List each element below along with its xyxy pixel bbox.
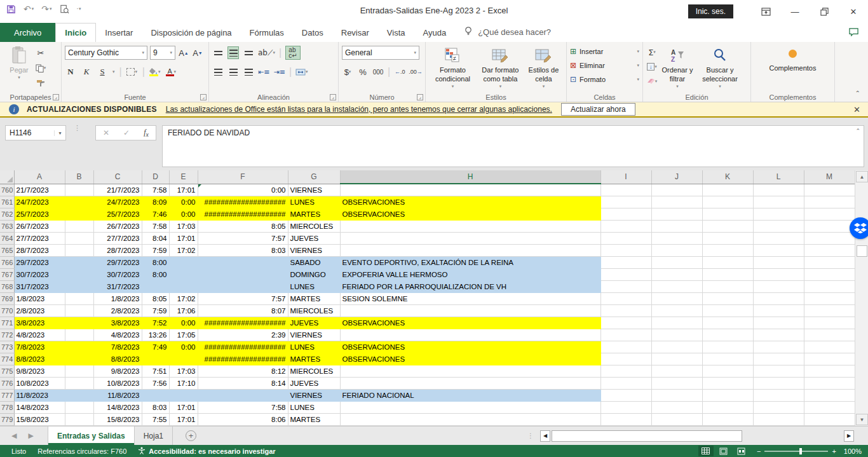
cell-A766[interactable]: 29/7/2023 (14, 256, 65, 268)
zoom-in-icon[interactable]: + (832, 447, 836, 455)
cell-M762[interactable] (804, 208, 855, 220)
cell-I776[interactable] (600, 377, 651, 389)
column-header-i[interactable]: I (600, 170, 651, 184)
column-header-k[interactable]: K (702, 170, 753, 184)
column-header-b[interactable]: B (65, 170, 93, 184)
italic-button[interactable]: K (81, 65, 92, 78)
cell-G774[interactable]: MARTES (288, 353, 340, 365)
cell-F775[interactable]: 8:12 (198, 365, 288, 377)
cell-D779[interactable]: 7:55 (142, 413, 169, 425)
cell-L778[interactable] (753, 401, 804, 413)
cell-I779[interactable] (600, 413, 651, 425)
cell-C765[interactable]: 28/7/2023 (93, 244, 142, 256)
cell-F764[interactable]: 7:57 (198, 232, 288, 244)
cell-D760[interactable]: 7:58 (142, 184, 169, 196)
notification-link[interactable]: Las actualizaciones de Office están list… (166, 105, 552, 114)
row-header-771[interactable]: 771 (0, 317, 14, 329)
merge-center-icon[interactable]: ▾ (295, 65, 308, 78)
cell-B764[interactable] (65, 232, 93, 244)
cell-F772[interactable]: 2:39 (198, 329, 288, 341)
column-header-l[interactable]: L (753, 170, 804, 184)
vertical-scrollbar[interactable]: ▲ ▼ (855, 170, 868, 426)
row-header-777[interactable]: 777 (0, 389, 14, 401)
cell-G767[interactable]: DOMINGO (288, 268, 340, 280)
cell-E773[interactable]: 0:00 (169, 341, 198, 353)
grow-font-icon[interactable]: A▲ (178, 46, 189, 59)
cell-B774[interactable] (65, 353, 93, 365)
cell-B766[interactable] (65, 256, 93, 268)
cell-F761[interactable]: #################### (198, 196, 288, 208)
decrease-indent-icon[interactable]: ⇤≡ (258, 65, 269, 78)
cell-L772[interactable] (753, 329, 804, 341)
cell-H779[interactable] (340, 413, 600, 425)
cell-D776[interactable]: 7:56 (142, 377, 169, 389)
cell-M769[interactable] (804, 292, 855, 304)
cell-I763[interactable] (600, 220, 651, 232)
cell-G770[interactable]: MIERCOLES (288, 304, 340, 317)
cell-F777[interactable] (198, 389, 288, 401)
bold-button[interactable]: N (65, 65, 76, 78)
cell-C764[interactable]: 27/7/2023 (93, 232, 142, 244)
cell-H760[interactable] (340, 184, 600, 196)
cell-J773[interactable] (651, 341, 702, 353)
shrink-font-icon[interactable]: A▼ (192, 46, 203, 59)
column-header-d[interactable]: D (142, 170, 169, 184)
cell-I767[interactable] (600, 268, 651, 280)
cell-A774[interactable]: 8/8/2023 (14, 353, 65, 365)
cell-E761[interactable]: 0:00 (169, 196, 198, 208)
cell-styles-button[interactable]: Estilos de celda ▾ (524, 44, 563, 92)
cell-A779[interactable]: 15/8/2023 (14, 413, 65, 425)
currency-icon[interactable]: $▾ (342, 65, 353, 78)
cell-M779[interactable] (804, 413, 855, 425)
row-header-763[interactable]: 763 (0, 220, 14, 232)
cell-K769[interactable] (702, 292, 753, 304)
formula-input[interactable]: FERIADO DE NAVIDAD (162, 125, 864, 167)
cell-M760[interactable] (804, 184, 855, 196)
circular-references-status[interactable]: Referencias circulares: F760 (37, 447, 126, 455)
sort-filter-button[interactable]: AZ Ordenar y filtrar ▾ (658, 44, 697, 92)
zoom-level[interactable]: 100% (844, 447, 862, 455)
align-middle-icon[interactable] (227, 46, 239, 59)
cell-B767[interactable] (65, 268, 93, 280)
hscroll-left-icon[interactable]: ◀ (540, 430, 550, 442)
increase-decimal-icon[interactable]: ←.0 (394, 65, 405, 78)
cell-J767[interactable] (651, 268, 702, 280)
cell-K760[interactable] (702, 184, 753, 196)
cell-B777[interactable] (65, 389, 93, 401)
cell-A767[interactable]: 30/7/2023 (14, 268, 65, 280)
cut-icon[interactable]: ✂ (35, 46, 46, 59)
cell-J769[interactable] (651, 292, 702, 304)
cell-C779[interactable]: 15/8/2023 (93, 413, 142, 425)
zoom-slider[interactable]: − + (757, 447, 836, 455)
cell-I765[interactable] (600, 244, 651, 256)
cell-M774[interactable] (804, 353, 855, 365)
cell-A769[interactable]: 1/8/2023 (14, 292, 65, 304)
cell-A768[interactable]: 31/7/2023 (14, 280, 65, 292)
cell-M771[interactable] (804, 317, 855, 329)
cell-C761[interactable]: 24/7/2023 (93, 196, 142, 208)
cell-G773[interactable]: LUNES (288, 341, 340, 353)
row-header-773[interactable]: 773 (0, 341, 14, 353)
cell-I761[interactable] (600, 196, 651, 208)
cell-G769[interactable]: MARTES (288, 292, 340, 304)
cell-I773[interactable] (600, 341, 651, 353)
cell-E779[interactable]: 17:01 (169, 413, 198, 425)
cell-L774[interactable] (753, 353, 804, 365)
column-header-c[interactable]: C (93, 170, 142, 184)
normal-view-icon[interactable] (698, 446, 714, 456)
cell-L765[interactable] (753, 244, 804, 256)
cell-D761[interactable]: 8:09 (142, 196, 169, 208)
cell-D770[interactable]: 7:59 (142, 304, 169, 317)
cell-B760[interactable] (65, 184, 93, 196)
cell-E767[interactable] (169, 268, 198, 280)
cell-G760[interactable]: VIERNES (288, 184, 340, 196)
cell-A775[interactable]: 9/8/2023 (14, 365, 65, 377)
cell-E769[interactable]: 17:02 (169, 292, 198, 304)
cell-A771[interactable]: 3/8/2023 (14, 317, 65, 329)
cell-G777[interactable]: VIERNES (288, 389, 340, 401)
cell-C771[interactable]: 3/8/2023 (93, 317, 142, 329)
cell-C775[interactable]: 9/8/2023 (93, 365, 142, 377)
cell-D778[interactable]: 8:03 (142, 401, 169, 413)
cell-D771[interactable]: 7:52 (142, 317, 169, 329)
column-header-h[interactable]: H (340, 170, 600, 184)
